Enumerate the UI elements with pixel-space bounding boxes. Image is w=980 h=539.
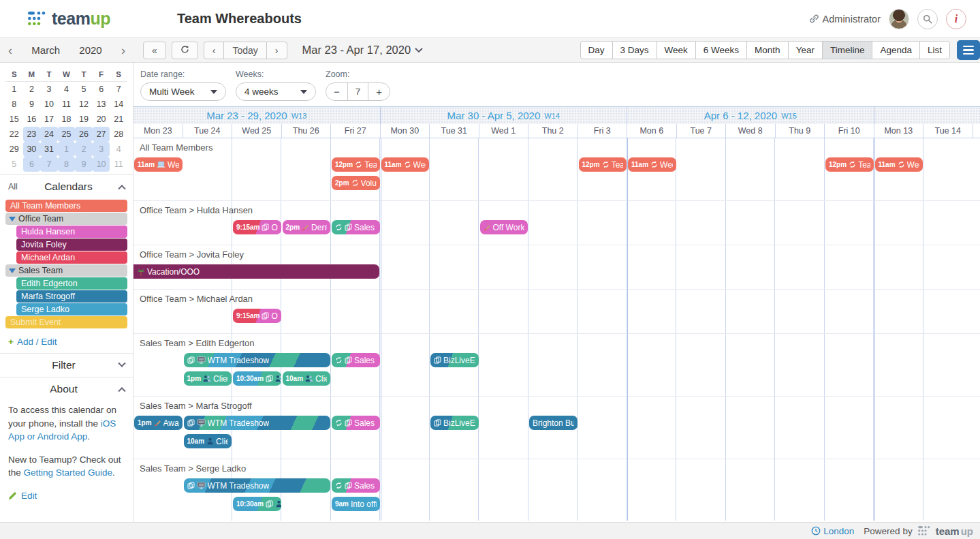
filter-section-header[interactable]: Filter <box>0 353 133 377</box>
tab-week[interactable]: Week <box>657 41 696 59</box>
search-button[interactable] <box>917 9 938 29</box>
calendars-section-header[interactable]: All Calendars <box>0 174 133 198</box>
minical-day[interactable]: 3 <box>40 82 58 97</box>
event[interactable]: BizLiveEx <box>430 416 479 430</box>
event[interactable]: 2pmVolun <box>332 176 380 190</box>
minical-day[interactable]: 10 <box>93 157 110 172</box>
event[interactable]: 10amClie <box>184 434 232 448</box>
minical-day[interactable]: 28 <box>110 127 127 142</box>
prev-button[interactable]: ‹ <box>204 42 225 59</box>
sidebar-calendar-edith-edgerton[interactable]: Edith Edgerton <box>16 277 127 290</box>
day-header[interactable]: Tue 24 <box>183 124 233 138</box>
minical-day[interactable]: 24 <box>40 127 58 142</box>
minical-day[interactable]: 14 <box>110 97 127 112</box>
menu-button[interactable] <box>957 40 980 60</box>
day-header[interactable]: Thu 2 <box>528 124 578 138</box>
minical-day[interactable]: 9 <box>23 97 41 112</box>
administrator-link[interactable]: Administrator <box>809 14 881 25</box>
refresh-button[interactable] <box>172 42 198 59</box>
tab-year[interactable]: Year <box>788 41 823 59</box>
info-button[interactable]: i <box>946 9 966 29</box>
powered-by[interactable]: Powered by teamup <box>864 525 973 538</box>
minical-day[interactable]: 8 <box>5 97 23 112</box>
event[interactable]: WTM Tradeshow <box>184 478 331 493</box>
jump-back-button[interactable]: « <box>143 42 166 59</box>
tab-list[interactable]: List <box>919 41 950 59</box>
minical-day[interactable]: 3 <box>93 142 110 157</box>
sidebar-folder-office-team[interactable]: Office Team <box>5 213 127 225</box>
tab-6-weeks[interactable]: 6 Weeks <box>695 41 747 59</box>
day-header[interactable]: Fri 10 <box>825 124 874 138</box>
minical-day[interactable]: 30 <box>23 142 41 157</box>
day-header[interactable]: Tue 7 <box>677 124 727 138</box>
about-section-header[interactable]: About <box>0 377 133 401</box>
minical-day[interactable]: 11 <box>58 97 76 112</box>
event[interactable]: BizLiveEx <box>430 353 479 367</box>
minical-day[interactable]: 6 <box>23 157 41 172</box>
minical-day[interactable]: 7 <box>110 82 127 97</box>
day-header[interactable]: Mon 6 <box>627 124 677 138</box>
event[interactable]: 9:15amOff <box>233 309 281 323</box>
sidebar-calendar-submit-event[interactable]: Submit Event <box>5 316 127 328</box>
event[interactable]: Sales 6 <box>332 220 380 234</box>
day-header[interactable]: Tue 31 <box>430 124 479 138</box>
event[interactable]: Sales 6 <box>332 353 380 367</box>
event[interactable]: WTM Tradeshow <box>184 416 331 430</box>
minical-day[interactable]: 6 <box>93 82 110 97</box>
minical-day[interactable]: 9 <box>75 157 93 172</box>
event[interactable]: Sales 6 <box>332 416 380 430</box>
day-header[interactable]: Fri 27 <box>331 124 381 138</box>
event[interactable]: 12pmTean <box>579 157 627 172</box>
event[interactable]: Off Work <box>480 220 528 234</box>
event[interactable]: 12pmTean <box>332 157 380 172</box>
sidebar-calendar-michael-ardan[interactable]: Michael Ardan <box>16 251 127 264</box>
tab-3-days[interactable]: 3 Days <box>612 41 657 59</box>
zoom-in-button[interactable]: + <box>368 82 390 101</box>
day-header[interactable]: Thu 9 <box>776 124 825 138</box>
minical-day[interactable]: 12 <box>75 97 93 112</box>
minical-day[interactable]: 22 <box>5 127 23 142</box>
minical-day[interactable]: 5 <box>75 82 93 97</box>
minical-day[interactable]: 23 <box>23 127 41 142</box>
event[interactable]: Vacation/OOO <box>133 264 379 279</box>
minical-day[interactable]: 8 <box>58 157 76 172</box>
day-header[interactable]: Mon 23 <box>133 124 183 138</box>
today-button[interactable]: Today <box>223 42 266 59</box>
sidebar-calendar-all-team-members[interactable]: All Team Members <box>5 200 127 212</box>
day-header[interactable]: Mon 13 <box>874 124 924 138</box>
event[interactable]: 11amWee <box>381 157 430 172</box>
minical-day[interactable]: 31 <box>40 142 58 157</box>
minical-day[interactable]: 2 <box>23 82 41 97</box>
date-range-title[interactable]: Mar 23 - Apr 17, 2020 <box>302 44 424 57</box>
minical-day[interactable]: 15 <box>5 112 23 127</box>
event[interactable]: Sales 6 <box>332 478 380 493</box>
minical-prev-button[interactable]: ‹ <box>8 44 12 57</box>
minical-day[interactable]: 19 <box>75 112 93 127</box>
minical-day[interactable]: 18 <box>58 112 76 127</box>
tab-timeline[interactable]: Timeline <box>822 41 873 59</box>
minical-day[interactable]: 26 <box>75 127 93 142</box>
event[interactable]: 10amClie <box>283 371 331 386</box>
minical-day[interactable]: 4 <box>110 142 127 157</box>
day-header[interactable]: Thu 26 <box>282 124 332 138</box>
day-header[interactable]: Wed 25 <box>232 124 282 138</box>
event[interactable]: WTM Tradeshow <box>184 353 331 367</box>
sidebar-calendar-serge-ladko[interactable]: Serge Ladko <box>16 303 127 315</box>
event[interactable]: 9amInto offic <box>332 497 380 511</box>
tab-month[interactable]: Month <box>746 41 789 59</box>
event[interactable]: 12pmTean <box>825 157 874 172</box>
minical-day[interactable]: 1 <box>5 82 23 97</box>
sidebar-calendar-marfa-strogoff[interactable]: Marfa Strogoff <box>16 290 127 303</box>
day-header[interactable]: Tue 14 <box>923 124 973 138</box>
minical-day[interactable]: 4 <box>58 82 76 97</box>
tab-agenda[interactable]: Agenda <box>872 41 920 59</box>
minical-day[interactable]: 7 <box>40 157 58 172</box>
teamup-logo[interactable]: teamup <box>26 9 110 29</box>
event[interactable]: 11amWee <box>628 157 676 172</box>
minical-day[interactable]: 16 <box>23 112 41 127</box>
minical-next-button[interactable]: › <box>121 44 125 57</box>
minical-day[interactable]: 10 <box>40 97 58 112</box>
day-header[interactable]: Mon 30 <box>381 124 430 138</box>
add-edit-link[interactable]: + Add / Edit <box>0 330 133 353</box>
zoom-out-button[interactable]: − <box>326 82 348 101</box>
